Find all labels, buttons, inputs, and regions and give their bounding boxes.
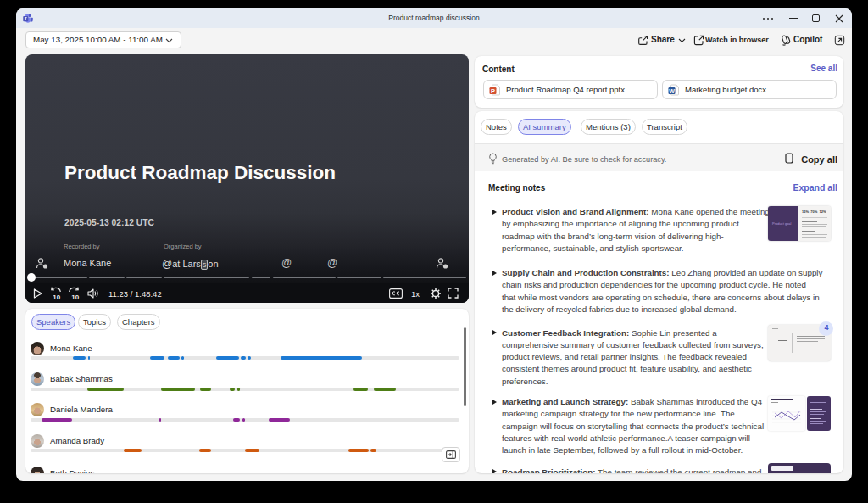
svg-text:P: P — [491, 87, 495, 95]
svg-text:10: 10 — [71, 293, 79, 300]
svg-text:W: W — [669, 88, 675, 94]
svg-text:10: 10 — [53, 293, 60, 300]
